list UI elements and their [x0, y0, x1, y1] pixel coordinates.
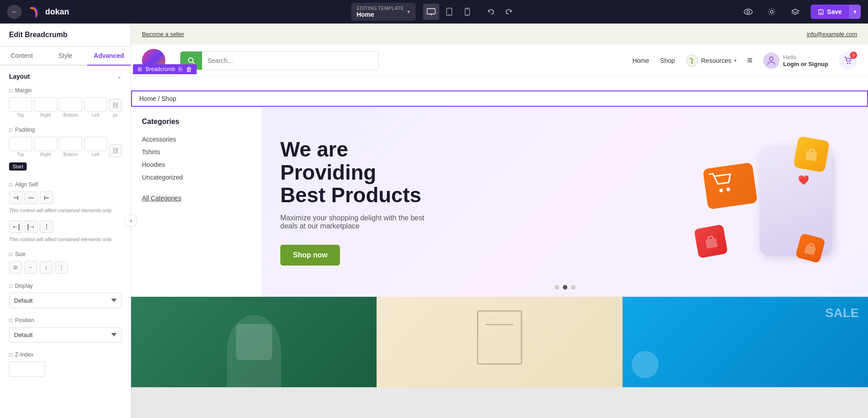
order-left-button[interactable]: ←|	[9, 220, 23, 233]
breadcrumb-path: Home / Shop	[139, 95, 176, 102]
padding-bottom-input[interactable]	[59, 137, 82, 151]
hamburger-menu-icon[interactable]: ≡	[747, 55, 753, 66]
shop-content: Categories Accessories Tshirts Hoodies U…	[131, 107, 868, 297]
tab-content[interactable]: Content	[0, 47, 43, 65]
contact-email-link[interactable]: info@example.com	[807, 31, 857, 38]
zindex-input[interactable]	[9, 361, 45, 377]
margin-unit-label: px	[109, 113, 122, 118]
products-row: SALE	[131, 297, 868, 387]
preview-button[interactable]	[740, 4, 756, 20]
order-field-group: ←| |→ ⋮ This control will affect contain…	[9, 220, 122, 242]
product-card-3[interactable]: SALE	[623, 297, 868, 387]
breadcrumb-bar[interactable]: Home / Shop	[131, 90, 868, 107]
become-seller-link[interactable]: Become a seller	[142, 31, 184, 38]
size-auto-button[interactable]: ⊘	[9, 261, 22, 274]
device-tablet-button[interactable]	[441, 4, 457, 20]
nav-shop-link[interactable]: Shop	[660, 57, 675, 64]
settings-button[interactable]	[764, 4, 780, 20]
margin-right-input[interactable]	[34, 97, 57, 112]
padding-top-input[interactable]	[9, 137, 32, 151]
margin-left-input[interactable]	[84, 97, 107, 112]
zindex-label: □ Z-Index	[9, 352, 122, 358]
panel-title: Edit Breadcrumb	[9, 31, 122, 39]
save-main-button[interactable]: Save	[811, 5, 849, 19]
undo-button[interactable]	[482, 4, 499, 20]
carousel-dots	[555, 285, 576, 290]
padding-link-button[interactable]: ⛓	[109, 144, 122, 157]
align-left-button[interactable]: ⊣	[9, 191, 23, 204]
shop-now-button[interactable]: Shop now	[280, 245, 340, 266]
tab-advanced[interactable]: Advanced	[87, 47, 131, 66]
margin-top-input[interactable]	[9, 97, 32, 112]
size-field-group: □ Size ⊘ ↔ ↕ ⋮	[9, 251, 122, 274]
layers-button[interactable]	[787, 4, 803, 20]
order-right-button[interactable]: |→	[24, 220, 38, 233]
margin-top-label: Top	[17, 113, 24, 118]
user-hello: Hello	[783, 54, 828, 61]
zindex-field-group: □ Z-Index	[9, 352, 122, 377]
bag-red-icon	[694, 224, 728, 258]
breadcrumb-delete-button[interactable]: 🗑	[186, 66, 192, 73]
list-item[interactable]: Hoodies	[142, 158, 251, 171]
padding-right-label: Right	[40, 152, 51, 157]
carousel-dot-2[interactable]	[563, 285, 567, 290]
carousel-dot-1[interactable]	[555, 285, 559, 290]
cart-button[interactable]: 0	[839, 52, 857, 70]
save-button-group[interactable]: Save ▾	[811, 5, 861, 19]
template-selector[interactable]: EDITING TEMPLATE Home ▾	[351, 3, 416, 21]
breadcrumb-section: ⊞ Breadcrumb ⎘ 🗑 Home / Shop	[131, 77, 868, 107]
carousel-dot-3[interactable]	[571, 285, 576, 290]
hero-banner: We are Providing Best Products Maximize …	[262, 107, 868, 297]
hero-heading: We are Providing Best Products	[280, 138, 678, 207]
margin-bottom-input[interactable]	[59, 97, 82, 112]
align-center-button[interactable]: —	[24, 191, 38, 204]
margin-link-button[interactable]: ⛓	[109, 99, 122, 112]
list-item[interactable]: Accessories	[142, 133, 251, 146]
breadcrumb-copy-button[interactable]: ⎘	[179, 66, 182, 73]
svg-rect-1	[427, 9, 435, 14]
svg-point-19	[849, 62, 851, 64]
padding-left-input[interactable]	[84, 137, 107, 151]
search-bar	[180, 51, 379, 70]
back-button[interactable]: ←	[7, 5, 22, 19]
device-mobile-button[interactable]	[459, 4, 475, 20]
align-self-label: □ Align Self	[9, 181, 122, 188]
heart-icon: ❤️	[798, 175, 809, 185]
all-categories-link[interactable]: All Categories	[142, 195, 251, 202]
cart-badge: 0	[850, 52, 857, 59]
tab-style[interactable]: Style	[43, 47, 87, 65]
hero-image: ❤️	[678, 129, 850, 274]
padding-icon: □	[9, 127, 12, 133]
svg-rect-12	[820, 12, 822, 14]
display-select[interactable]: Default	[9, 293, 122, 308]
resources-button[interactable]: Resources ▾	[686, 54, 736, 67]
redo-button[interactable]	[500, 4, 517, 20]
svg-rect-23	[705, 238, 717, 249]
user-area[interactable]: Hello Login or Signup	[763, 52, 828, 69]
device-desktop-button[interactable]	[423, 4, 439, 20]
size-more-button[interactable]: ⋮	[55, 261, 68, 274]
product-card-2[interactable]	[377, 297, 622, 387]
save-dropdown-button[interactable]: ▾	[849, 5, 861, 19]
list-item[interactable]: Tshirts	[142, 146, 251, 158]
product-card-1[interactable]	[131, 297, 377, 387]
template-label: EDITING TEMPLATE	[357, 5, 404, 11]
tabs-row: Content Style Advanced	[0, 47, 131, 66]
search-input[interactable]	[202, 53, 378, 68]
nav-home-link[interactable]: Home	[632, 57, 649, 64]
align-right-button[interactable]: ⊢	[40, 191, 53, 204]
padding-left-label: Left	[92, 152, 99, 157]
size-label: □ Size	[9, 251, 122, 257]
layout-section-header[interactable]: Layout ⌄	[9, 73, 122, 80]
size-vertical-button[interactable]: ↕	[40, 261, 52, 274]
order-hint: This control will affect contained eleme…	[9, 237, 122, 242]
svg-point-9	[744, 9, 752, 14]
size-horizontal-button[interactable]: ↔	[24, 261, 37, 274]
collapse-panel-button[interactable]: ‹	[125, 214, 137, 227]
logo-text: dokan	[45, 7, 69, 17]
order-more-button[interactable]: ⋮	[40, 220, 53, 233]
position-select[interactable]: Default	[9, 327, 122, 342]
history-buttons	[482, 4, 517, 20]
padding-right-input[interactable]	[34, 137, 57, 151]
list-item[interactable]: Uncategorized	[142, 171, 251, 184]
